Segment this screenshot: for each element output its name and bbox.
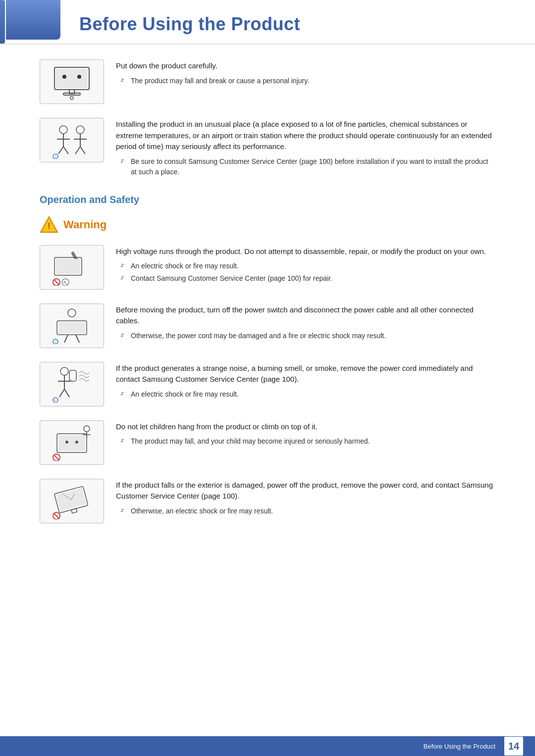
svg-point-2 [62, 75, 66, 79]
before-moving-bullets: Otherwise, the power cord may be damaged… [116, 331, 495, 341]
warning-triangle-icon: ! [40, 215, 58, 234]
svg-rect-58 [71, 508, 77, 513]
icon-monitor-put-down [40, 59, 104, 104]
page-footer: Before Using the Product 14 [0, 736, 535, 756]
strange-noise-main: If the product generates a strange noise… [116, 363, 495, 385]
svg-line-33 [76, 335, 79, 343]
unusual-place-bullet-1: Be sure to consult Samsung Customer Serv… [121, 156, 495, 177]
operation-safety-title: Operation and Safety [40, 194, 495, 205]
svg-line-15 [75, 147, 80, 154]
warning-label: Warning [63, 218, 107, 231]
item-product-falls: If the product falls or the exterior is … [40, 479, 495, 523]
icon-product-falls [40, 479, 104, 523]
svg-rect-41 [69, 370, 76, 381]
item-strange-noise: i If the product generates a strange noi… [40, 362, 495, 406]
svg-point-3 [77, 75, 81, 79]
product-falls-bullet-1: Otherwise, an electric shock or fire may… [121, 506, 495, 516]
svg-line-39 [59, 389, 64, 397]
strange-noise-bullet-1: An electric shock or fire may result. [121, 389, 495, 400]
icon-before-moving: i [40, 303, 104, 348]
svg-text:i: i [55, 155, 56, 159]
icon-children-hang [40, 420, 104, 465]
item-unusual-place: i Installing the product in an unusual p… [40, 118, 495, 179]
accent-bar [0, 0, 5, 44]
item-before-moving: i Before moving the product, turn off th… [40, 303, 495, 348]
monitor-svg-1 [50, 63, 94, 101]
children-hang-text: Do not let children hang from the produc… [116, 420, 495, 449]
before-moving-bullet-1: Otherwise, the power cord may be damaged… [121, 331, 495, 341]
svg-rect-1 [56, 69, 88, 88]
svg-point-7 [59, 126, 67, 134]
children-hang-bullets: The product may fall, and your child may… [116, 436, 495, 447]
item-children-hang: Do not let children hang from the produc… [40, 420, 495, 465]
before-moving-svg: i [50, 307, 94, 344]
put-down-bullets: The product may fall and break or cause … [116, 76, 495, 86]
strange-noise-svg: i [50, 365, 94, 403]
put-down-main: Put down the product carefully. [116, 60, 495, 72]
svg-point-29 [68, 309, 76, 317]
product-falls-main: If the product falls or the exterior is … [116, 480, 495, 502]
svg-point-36 [60, 367, 68, 375]
svg-line-16 [80, 147, 85, 154]
svg-point-6 [70, 97, 73, 100]
main-content: Put down the product carefully. The prod… [0, 59, 535, 567]
product-falls-svg [50, 482, 94, 519]
blue-rect [6, 0, 60, 40]
warning-heading: ! Warning [40, 215, 495, 234]
svg-line-26 [54, 280, 59, 285]
high-voltage-bullet-2: Contact Samsung Customer Service Center … [121, 273, 495, 284]
high-voltage-text: High voltage runs through the product. D… [116, 245, 495, 286]
high-voltage-bullets: An electric shock or fire may result. Co… [116, 261, 495, 284]
put-down-bullet-1: The product may fall and break or cause … [121, 76, 495, 86]
children-hang-svg [50, 424, 94, 461]
icon-high-voltage: 🔧 [40, 245, 104, 290]
svg-line-32 [64, 335, 68, 343]
strange-noise-text: If the product generates a strange noise… [116, 362, 495, 402]
product-falls-bullets: Otherwise, an electric shock or fire may… [116, 506, 495, 516]
high-voltage-bullet-1: An electric shock or fire may result. [121, 261, 495, 271]
svg-rect-24 [56, 259, 80, 274]
svg-text:i: i [55, 399, 56, 403]
unusual-place-bullets: Be sure to consult Samsung Customer Serv… [116, 156, 495, 177]
svg-line-11 [63, 147, 68, 154]
svg-text:!: ! [48, 221, 51, 231]
svg-point-12 [76, 126, 84, 134]
high-voltage-svg: 🔧 [50, 249, 94, 286]
svg-rect-55 [56, 488, 86, 511]
svg-point-49 [84, 426, 90, 432]
before-moving-main: Before moving the product, turn off the … [116, 304, 495, 327]
svg-point-47 [65, 441, 68, 444]
svg-rect-46 [58, 435, 85, 451]
unusual-place-main: Installing the product in an unusual pla… [116, 119, 495, 152]
high-voltage-main: High voltage runs through the product. D… [116, 246, 495, 257]
icon-strange-noise: i [40, 362, 104, 406]
icon-unusual-place: i [40, 118, 104, 162]
svg-line-10 [58, 147, 63, 154]
product-falls-text: If the product falls or the exterior is … [116, 479, 495, 518]
svg-point-48 [75, 441, 78, 444]
item-put-down: Put down the product carefully. The prod… [40, 59, 495, 104]
strange-noise-bullets: An electric shock or fire may result. [116, 389, 495, 400]
put-down-text: Put down the product carefully. The prod… [116, 59, 495, 88]
footer-page-number: 14 [504, 737, 523, 756]
children-hang-bullet-1: The product may fall, and your child may… [121, 436, 495, 447]
footer-text: Before Using the Product [424, 743, 495, 750]
unusual-place-svg: i [50, 122, 94, 159]
before-moving-text: Before moving the product, turn off the … [116, 303, 495, 343]
unusual-place-text: Installing the product in an unusual pla… [116, 118, 495, 179]
svg-line-60 [54, 513, 59, 518]
item-high-voltage: 🔧 High voltage runs through the product.… [40, 245, 495, 290]
children-hang-main: Do not let children hang from the produc… [116, 421, 495, 433]
page-title: Before Using the Product [79, 9, 535, 39]
svg-line-40 [64, 389, 69, 397]
page-header: Before Using the Product [0, 0, 535, 45]
svg-rect-31 [58, 322, 85, 333]
svg-text:🔧: 🔧 [63, 280, 68, 285]
svg-text:i: i [55, 341, 56, 344]
svg-line-53 [54, 455, 59, 460]
